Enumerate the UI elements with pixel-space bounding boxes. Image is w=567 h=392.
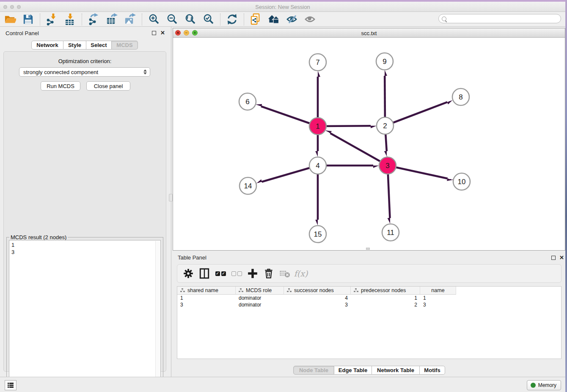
columns-icon[interactable] [199, 268, 210, 279]
search-input[interactable] [446, 16, 561, 22]
memory-status-icon [531, 383, 536, 388]
task-history-button[interactable] [5, 380, 17, 390]
status-bar: Memory [0, 377, 565, 392]
control-panel-float-button[interactable] [152, 31, 156, 35]
zoom-fit-icon[interactable] [183, 13, 197, 26]
graph-node-label: 2 [383, 122, 387, 130]
graph-node-label: 10 [458, 178, 466, 186]
table-cell[interactable]: 1 [177, 295, 236, 301]
hide-eye-icon[interactable] [285, 13, 299, 26]
graph-node-label: 1 [316, 122, 319, 130]
copy-network-icon[interactable] [248, 13, 263, 26]
table-panel-float-button[interactable] [551, 256, 556, 260]
tab-node-table[interactable]: Node Table [293, 366, 334, 375]
graph-node-label: 7 [316, 58, 319, 66]
graph-node-label: 9 [383, 58, 386, 66]
table-row[interactable]: 1dominator411 [177, 295, 456, 301]
save-session-icon[interactable] [21, 13, 35, 26]
zoom-out-icon[interactable] [165, 13, 179, 26]
network-view-window: ✕ − + scc.txt 7968124314101511 [173, 28, 565, 251]
table-cell[interactable]: 4 [284, 295, 351, 301]
refresh-layout-icon[interactable] [225, 13, 239, 26]
graph-node-label: 11 [387, 229, 394, 237]
result-scrollbar[interactable] [155, 241, 160, 392]
network-graph[interactable]: 7968124314101511 [173, 38, 565, 250]
table-cell[interactable]: 3 [177, 301, 236, 308]
edge-3-1[interactable] [330, 133, 388, 166]
edge-3-10[interactable] [388, 166, 448, 179]
graph-node-label: 6 [245, 98, 249, 106]
export-table-icon[interactable] [105, 13, 119, 26]
table-cell[interactable]: dominator [236, 295, 284, 301]
dropdown-stepper-icon [142, 69, 148, 75]
column-header-shared-name[interactable]: shared name [177, 287, 236, 295]
deselect-all-icon[interactable] [231, 268, 242, 279]
table-cell[interactable]: 1 [351, 295, 420, 301]
network-canvas[interactable]: 7968124314101511 [173, 38, 565, 250]
splitter-grip[interactable] [169, 194, 173, 202]
column-header-successor-nodes[interactable]: successor nodes [284, 287, 351, 295]
tab-select[interactable]: Select [86, 41, 112, 50]
graph-node-label: 15 [314, 230, 322, 238]
memory-button[interactable]: Memory [527, 380, 561, 390]
list-icon [8, 383, 14, 388]
export-image-icon[interactable] [123, 13, 137, 26]
delete-table-icon [279, 268, 290, 279]
table-cell[interactable]: 3 [420, 301, 456, 308]
delete-icon[interactable] [263, 268, 274, 279]
graph-node-label: 4 [316, 162, 319, 170]
toolbar-separator [220, 14, 220, 25]
memory-label: Memory [538, 382, 556, 388]
network-window-titlebar[interactable]: ✕ − + scc.txt [173, 28, 565, 38]
mcds-result-textarea[interactable]: 1 3 [9, 240, 161, 392]
control-panel: Control Panel ✕ NetworkStyleSelectMCDS O… [0, 27, 171, 377]
edge-2-8[interactable] [385, 102, 447, 126]
search-icon [442, 17, 446, 21]
export-network-icon[interactable] [86, 13, 101, 26]
hierarchy-icon [354, 288, 358, 293]
tab-motifs[interactable]: Motifs [420, 366, 445, 375]
add-icon[interactable] [247, 268, 258, 279]
table-cell[interactable]: 2 [351, 301, 420, 308]
tab-network-table[interactable]: Network Table [372, 366, 420, 375]
graph-node-label: 14 [244, 182, 252, 190]
graph-node-label: 8 [459, 93, 462, 101]
close-panel-button[interactable]: Close panel [86, 81, 130, 91]
tab-mcds[interactable]: MCDS [112, 41, 138, 50]
panel-splitter[interactable] [171, 27, 171, 377]
column-header-MCDS-role[interactable]: MCDS role [236, 287, 284, 295]
tab-network[interactable]: Network [31, 41, 63, 50]
column-header-name[interactable]: name [420, 287, 456, 295]
import-table-icon[interactable] [63, 13, 77, 26]
function-icon: f(x) [295, 268, 306, 279]
control-panel-close-button[interactable]: ✕ [160, 30, 165, 36]
mcds-panel: Optimization criterion: strongly connect… [3, 51, 166, 372]
mcds-result-values: 1 3 [11, 241, 14, 256]
table-cell[interactable]: 3 [284, 301, 351, 308]
toolbar-separator [142, 14, 142, 25]
show-eye-icon[interactable] [303, 13, 317, 26]
home-network-icon[interactable] [267, 13, 281, 26]
criterion-value: strongly connected component [23, 69, 98, 75]
import-network-icon[interactable] [44, 13, 59, 26]
run-mcds-button[interactable]: Run MCDS [41, 81, 80, 91]
search-field[interactable] [438, 14, 561, 23]
table-cell[interactable]: 1 [420, 295, 456, 301]
table-cell[interactable]: dominator [236, 301, 284, 308]
select-all-icon[interactable]: ✓✓ [215, 268, 226, 279]
tab-style[interactable]: Style [63, 41, 86, 50]
node-table[interactable]: shared nameMCDS rolesuccessor nodesprede… [177, 286, 561, 359]
zoom-in-icon[interactable] [146, 13, 161, 26]
hierarchy-icon [180, 288, 185, 293]
zoom-selected-icon[interactable] [201, 13, 215, 26]
table-panel-close-button[interactable]: ✕ [559, 254, 564, 261]
control-panel-tabs: NetworkStyleSelectMCDS [31, 41, 138, 50]
open-session-icon[interactable] [3, 13, 17, 26]
criterion-dropdown[interactable]: strongly connected component [19, 67, 150, 77]
column-header-predecessor-nodes[interactable]: predecessor nodes [351, 287, 420, 295]
table-row[interactable]: 3dominator323 [177, 301, 456, 308]
gear-icon[interactable] [183, 268, 194, 279]
canvas-resize-grip[interactable] [366, 248, 370, 250]
tab-edge-table[interactable]: Edge Table [334, 366, 372, 375]
table-toolbar: ✓✓ f(x) [177, 264, 561, 283]
